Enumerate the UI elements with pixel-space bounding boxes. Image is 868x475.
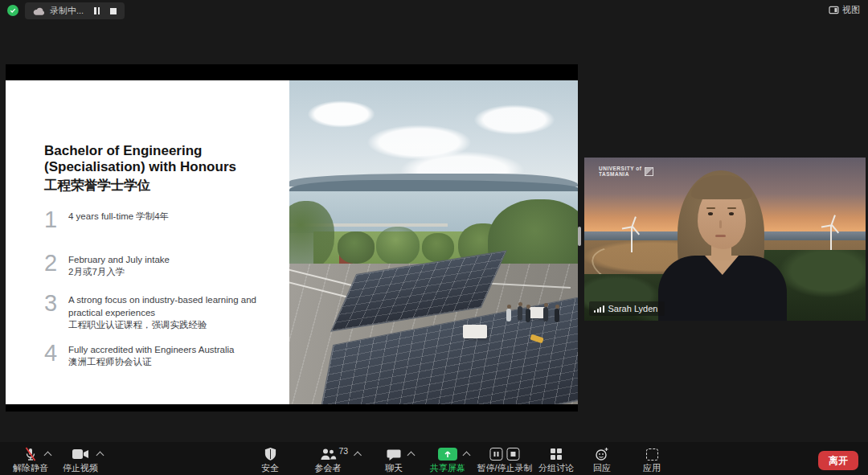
breakout-rooms-label: 分组讨论 xyxy=(538,463,574,473)
stop-video-label: 停止视频 xyxy=(63,463,98,473)
stop-icon[interactable] xyxy=(507,448,520,461)
recording-indicator: 录制中... xyxy=(25,2,125,19)
zoom-meeting-window: 录制中... 视图 Bachelor of Engineering (Speci… xyxy=(0,0,868,475)
person-eye xyxy=(729,212,734,215)
security-button[interactable]: 安全 xyxy=(261,446,279,473)
stop-recording-icon[interactable] xyxy=(110,8,117,14)
photo-person xyxy=(543,307,548,321)
participant-video-tile[interactable]: UNIVERSITY of TASMANIA Sarah Lyden xyxy=(584,158,866,321)
recording-label: 录制中... xyxy=(50,5,84,17)
view-layout-icon xyxy=(829,6,839,14)
person-eyebrow xyxy=(706,207,715,209)
cloud-recording-icon xyxy=(33,6,44,16)
stop-video-button[interactable]: 停止视频 xyxy=(63,446,98,473)
share-screen-button[interactable]: 共享屏幕 xyxy=(430,446,465,473)
participant-person xyxy=(584,158,866,321)
share-options-chevron[interactable] xyxy=(463,452,471,460)
video-panel-collapse-handle[interactable] xyxy=(578,227,581,246)
breakout-grid-icon xyxy=(551,448,562,460)
person-eyebrow xyxy=(727,207,736,209)
apps-label: 应用 xyxy=(643,463,661,473)
share-screen-icon xyxy=(438,448,457,461)
slide-list: 1 4 years full-time 学制4年 2 February and … xyxy=(44,209,269,368)
participants-label: 参会者 xyxy=(315,463,342,473)
item-text-en: A strong focus on industry-based learnin… xyxy=(68,294,269,318)
mic-options-chevron[interactable] xyxy=(44,452,52,460)
item-number: 2 xyxy=(44,252,68,274)
pause-recording-icon[interactable] xyxy=(94,7,100,14)
pause-icon[interactable] xyxy=(490,448,503,461)
chat-label: 聊天 xyxy=(385,463,403,473)
participants-icon xyxy=(320,448,337,461)
apps-button[interactable]: 应用 xyxy=(643,446,661,473)
presentation-slide: Bachelor of Engineering (Specialisation)… xyxy=(6,80,578,404)
participant-nameplate: Sarah Lyden xyxy=(589,301,665,316)
reaction-smiley-icon xyxy=(595,447,609,461)
share-screen-label: 共享屏幕 xyxy=(430,463,465,473)
pause-stop-record-button[interactable]: 暂停/停止录制 xyxy=(477,446,532,473)
video-options-chevron[interactable] xyxy=(96,452,104,460)
item-text-en: 4 years full-time 学制4年 xyxy=(68,211,269,223)
person-nose xyxy=(719,220,722,228)
reactions-label: 回应 xyxy=(593,463,611,473)
list-item: 2 February and July intake 2月或7月入学 xyxy=(44,252,269,278)
camera-icon xyxy=(72,448,89,461)
item-text-en: February and July intake xyxy=(68,254,269,266)
security-label: 安全 xyxy=(261,463,279,473)
person-eye xyxy=(708,212,713,215)
participants-button[interactable]: 73 参会者 xyxy=(315,446,342,473)
logo-line1: UNIVERSITY of xyxy=(599,166,641,171)
slide-photo-rooftop-solar xyxy=(289,80,578,404)
photo-tree xyxy=(376,227,420,265)
leave-button[interactable]: 离开 xyxy=(818,451,858,470)
meeting-toolbar: 解除静音 停止视频 安全 xyxy=(0,442,868,475)
reactions-button[interactable]: 回应 xyxy=(593,446,611,473)
item-text-zh: 工程职业认证课程，强调实践经验 xyxy=(68,319,269,331)
apps-icon xyxy=(646,448,658,461)
photo-tree xyxy=(338,231,375,264)
item-number: 3 xyxy=(44,293,68,314)
list-item: 3 A strong focus on industry-based learn… xyxy=(44,293,269,331)
shield-icon xyxy=(264,447,277,461)
view-button[interactable]: 视图 xyxy=(829,4,860,16)
mic-muted-icon xyxy=(23,446,39,462)
participants-count: 73 xyxy=(339,446,349,457)
chat-chevron[interactable] xyxy=(407,452,416,460)
logo-line2: TASMANIA xyxy=(599,171,641,177)
photo-tree xyxy=(422,233,454,262)
meeting-secure-icon[interactable] xyxy=(7,5,18,16)
slide-title-zh: 工程荣誉学士学位 xyxy=(44,177,150,195)
participants-chevron[interactable] xyxy=(354,452,362,460)
unmute-button[interactable]: 解除静音 xyxy=(13,446,48,473)
slide-title-en: Bachelor of Engineering (Specialisation)… xyxy=(44,143,260,175)
breakout-rooms-button[interactable]: 分组讨论 xyxy=(538,446,574,473)
item-text-zh: 2月或7月入学 xyxy=(68,266,269,278)
photo-person xyxy=(555,309,559,322)
view-label: 视图 xyxy=(842,4,860,16)
item-number: 1 xyxy=(44,209,68,231)
chat-bubble-icon xyxy=(387,448,401,461)
audio-level-bars-icon xyxy=(594,305,604,313)
shared-screen-area: Bachelor of Engineering (Specialisation)… xyxy=(6,64,578,412)
unmute-label: 解除静音 xyxy=(13,463,48,473)
photo-person xyxy=(506,309,511,321)
slide-text-panel: Bachelor of Engineering (Specialisation)… xyxy=(6,80,289,404)
item-number: 4 xyxy=(44,342,68,364)
pause-stop-record-label: 暂停/停止录制 xyxy=(477,463,532,473)
chat-button[interactable]: 聊天 xyxy=(385,446,403,473)
check-icon xyxy=(10,7,16,14)
participant-name: Sarah Lyden xyxy=(608,304,658,313)
university-emblem-icon xyxy=(645,167,653,176)
list-item: 1 4 years full-time 学制4年 xyxy=(44,209,269,231)
photo-person xyxy=(526,309,530,322)
photo-person xyxy=(518,306,522,321)
university-logo: UNIVERSITY of TASMANIA xyxy=(599,166,653,177)
list-item: 4 Fully accredited with Engineers Austra… xyxy=(44,342,269,368)
item-text-zh: 澳洲工程师协会认证 xyxy=(68,356,269,368)
photo-ac-unit xyxy=(463,325,487,338)
item-text-en: Fully accredited with Engineers Australi… xyxy=(68,344,269,356)
person-mouth xyxy=(715,235,726,237)
